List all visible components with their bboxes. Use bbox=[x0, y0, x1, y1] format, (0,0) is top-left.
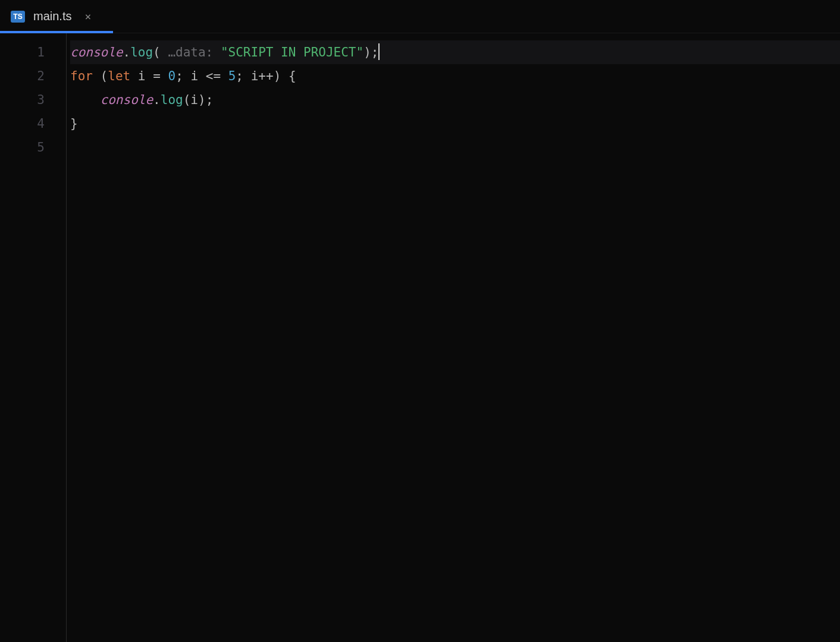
code-token-punct: ; bbox=[206, 93, 214, 107]
code-token-space bbox=[146, 69, 153, 83]
code-token-variable: i bbox=[138, 69, 146, 83]
code-inlay-hint: …data: bbox=[161, 45, 221, 59]
line-number[interactable]: 1 bbox=[0, 40, 45, 64]
line-number[interactable]: 2 bbox=[0, 64, 45, 88]
code-token-operator: = bbox=[153, 69, 161, 83]
close-icon[interactable]: × bbox=[84, 10, 91, 23]
text-cursor bbox=[378, 43, 380, 60]
code-token-punct: . bbox=[153, 93, 161, 107]
code-token-space bbox=[198, 69, 206, 83]
code-token-space bbox=[93, 69, 101, 83]
code-line[interactable]: } bbox=[70, 112, 840, 136]
code-token-keyword: let bbox=[108, 69, 130, 83]
typescript-icon: TS bbox=[11, 11, 25, 23]
code-token-punct: ( bbox=[101, 69, 108, 83]
code-token-space bbox=[221, 69, 228, 83]
code-line[interactable]: console.log(i); bbox=[70, 88, 840, 112]
code-token-punct: ; bbox=[371, 45, 379, 59]
line-number[interactable]: 5 bbox=[0, 136, 45, 159]
code-token-punct: } bbox=[70, 117, 78, 131]
code-token-operator: ++ bbox=[258, 69, 273, 83]
code-token-punct: . bbox=[123, 45, 131, 59]
code-token-object: console bbox=[101, 93, 153, 107]
code-token-method: log bbox=[161, 93, 183, 107]
code-token-number: 0 bbox=[168, 69, 175, 83]
code-token-keyword: for bbox=[70, 69, 93, 83]
code-token-space bbox=[281, 69, 289, 83]
code-indent bbox=[70, 88, 101, 112]
code-token-punct: ) bbox=[198, 93, 206, 107]
code-token-punct: ) bbox=[363, 45, 371, 59]
code-token-variable: i bbox=[190, 69, 198, 83]
tab-bar: TS main.ts × bbox=[0, 0, 840, 33]
code-token-space bbox=[161, 69, 168, 83]
code-area[interactable]: console.log( …data: "SCRIPT IN PROJECT")… bbox=[67, 33, 840, 642]
code-token-punct: ; bbox=[175, 69, 183, 83]
editor-pane[interactable]: 1 2 3 4 5 console.log( …data: "SCRIPT IN… bbox=[0, 33, 840, 642]
code-token-space bbox=[130, 69, 138, 83]
code-token-operator: <= bbox=[206, 69, 221, 83]
tab-title: main.ts bbox=[33, 10, 71, 23]
code-token-space bbox=[183, 69, 191, 83]
code-token-string: "SCRIPT IN PROJECT" bbox=[221, 45, 363, 59]
code-token-punct: ; bbox=[236, 69, 243, 83]
code-token-punct: ) bbox=[274, 69, 281, 83]
code-token-number: 5 bbox=[228, 69, 236, 83]
line-number[interactable]: 4 bbox=[0, 112, 45, 136]
code-token-method: log bbox=[130, 45, 153, 59]
code-token-punct: ( bbox=[183, 93, 191, 107]
code-line[interactable]: console.log( …data: "SCRIPT IN PROJECT")… bbox=[70, 40, 840, 64]
code-token-variable: i bbox=[251, 69, 259, 83]
line-number[interactable]: 3 bbox=[0, 88, 45, 112]
code-token-punct: { bbox=[289, 69, 296, 83]
editor-tab[interactable]: TS main.ts × bbox=[0, 0, 102, 33]
code-token-variable: i bbox=[190, 93, 198, 107]
line-number-gutter: 1 2 3 4 5 bbox=[0, 33, 67, 642]
code-line[interactable] bbox=[70, 136, 840, 159]
code-token-space bbox=[243, 69, 251, 83]
code-line[interactable]: for (let i = 0; i <= 5; i++) { bbox=[70, 64, 840, 88]
code-token-object: console bbox=[70, 45, 123, 59]
code-token-punct: ( bbox=[153, 45, 161, 59]
